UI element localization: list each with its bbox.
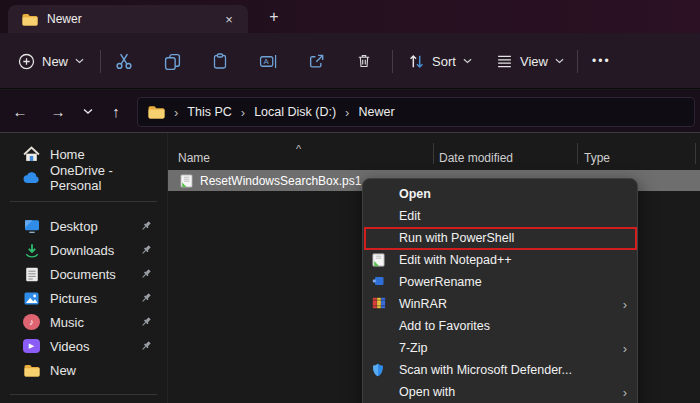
download-icon: [23, 243, 40, 258]
menu-item-edit[interactable]: Edit: [363, 205, 637, 227]
toolbar-separator: [392, 50, 393, 73]
view-button[interactable]: View: [488, 43, 572, 79]
menu-item-label: Edit with Notepad++: [399, 253, 512, 267]
menu-item-add-to-favorites[interactable]: Add to Favorites: [363, 315, 637, 337]
sidebar-item-desktop[interactable]: Desktop: [0, 214, 167, 238]
column-separator[interactable]: [433, 143, 434, 164]
rename-icon: A: [259, 54, 278, 69]
column-separator[interactable]: [695, 143, 696, 164]
column-separator[interactable]: [577, 143, 578, 164]
menu-item-label: Edit: [399, 209, 421, 223]
copy-button[interactable]: [154, 44, 190, 78]
pin-icon: [140, 340, 152, 352]
document-icon: [23, 267, 40, 282]
sort-button[interactable]: Sort: [400, 43, 480, 79]
sidebar-item-label: Pictures: [50, 291, 97, 306]
close-tab-icon[interactable]: ×: [220, 10, 238, 28]
videos-icon: ▶: [23, 339, 40, 353]
ellipsis-icon: •••: [592, 54, 611, 68]
explorer-tab[interactable]: Newer ×: [8, 5, 248, 33]
desktop-icon: [23, 219, 40, 233]
sidebar-item-pictures[interactable]: Pictures: [0, 286, 167, 310]
titlebar: Newer × +: [0, 0, 700, 33]
cut-icon: [115, 52, 133, 70]
cut-button[interactable]: [106, 44, 142, 78]
menu-item-edit-with-notepadpp[interactable]: Edit with Notepad++: [363, 249, 637, 271]
breadcrumb-chevron: ›: [241, 105, 245, 120]
sort-ascending-icon: ^: [296, 143, 301, 155]
command-toolbar: New A: [0, 33, 700, 89]
sidebar-item-videos[interactable]: ▶ Videos: [0, 334, 167, 358]
menu-item-7zip[interactable]: 7-Zip ›: [363, 337, 637, 359]
new-button-label: New: [42, 54, 68, 69]
breadcrumb-chevron: ›: [174, 105, 178, 120]
chevron-down-icon: [75, 58, 84, 64]
sidebar-item-downloads[interactable]: Downloads: [0, 238, 167, 262]
menu-item-run-with-powershell[interactable]: Run with PowerShell: [363, 227, 637, 249]
forward-button[interactable]: →: [44, 97, 72, 125]
pictures-icon: [23, 292, 40, 305]
column-header-type[interactable]: Type: [584, 151, 610, 165]
tab-title: Newer: [47, 12, 220, 26]
menu-item-scan-with-defender[interactable]: Scan with Microsoft Defender...: [363, 359, 637, 381]
paste-button[interactable]: [202, 44, 238, 78]
menu-item-label: Run with PowerShell: [399, 231, 514, 245]
menu-item-powerrename[interactable]: PowerRename: [363, 271, 637, 293]
back-button[interactable]: ←: [6, 97, 34, 125]
menu-item-label: Scan with Microsoft Defender...: [399, 363, 572, 377]
file-explorer-window: Newer × + New: [0, 0, 700, 403]
address-bar[interactable]: › This PC › Local Disk (D:) › Newer: [137, 97, 695, 127]
copy-icon: [164, 53, 181, 70]
pin-icon: [140, 244, 152, 256]
sidebar-item-new[interactable]: New: [0, 358, 167, 382]
share-button[interactable]: [298, 44, 334, 78]
rename-button[interactable]: A: [250, 44, 286, 78]
breadcrumb-segment-newer[interactable]: Newer: [358, 105, 394, 119]
sidebar-item-label: Videos: [50, 339, 90, 354]
menu-item-label: PowerRename: [399, 275, 482, 289]
svg-text:A: A: [263, 57, 269, 66]
folder-icon: [21, 13, 38, 26]
menu-item-label: Add to Favorites: [399, 319, 490, 333]
sidebar-item-documents[interactable]: Documents: [0, 262, 167, 286]
trash-icon: [356, 53, 372, 69]
submenu-arrow-icon: ›: [623, 297, 627, 312]
toolbar-separator: [100, 50, 101, 73]
sidebar-item-onedrive[interactable]: OneDrive - Personal: [0, 166, 167, 190]
submenu-arrow-icon: ›: [623, 341, 627, 356]
sidebar-separator: [10, 394, 157, 395]
new-button[interactable]: New: [10, 43, 92, 79]
menu-item-open-with[interactable]: Open with ›: [363, 381, 637, 403]
new-tab-button[interactable]: +: [262, 6, 286, 28]
breadcrumb-chevron: ›: [345, 105, 349, 120]
up-button[interactable]: ↑: [102, 97, 130, 125]
column-header-date-modified[interactable]: Date modified: [439, 151, 513, 165]
pin-icon: [140, 220, 152, 232]
view-lines-icon: [496, 54, 513, 69]
ps1-file-icon: [180, 174, 193, 188]
more-options-button[interactable]: •••: [584, 43, 619, 79]
recent-locations-button[interactable]: [74, 97, 102, 125]
sort-button-label: Sort: [432, 54, 456, 69]
winrar-icon: [372, 297, 387, 309]
sidebar-item-label: Home: [50, 147, 85, 162]
notepadpp-icon: [372, 253, 387, 267]
paste-icon: [212, 53, 228, 69]
breadcrumb-segment-this-pc[interactable]: This PC: [187, 105, 231, 119]
share-icon: [308, 53, 325, 70]
menu-item-winrar[interactable]: WinRAR ›: [363, 293, 637, 315]
menu-item-open[interactable]: Open: [363, 183, 637, 205]
column-header-row: Name ^ Date modified Type: [168, 140, 700, 164]
sidebar-separator: [10, 201, 157, 202]
folder-icon: [148, 105, 165, 119]
chevron-down-icon: [555, 58, 564, 64]
pin-icon: [140, 268, 152, 280]
submenu-arrow-icon: ›: [623, 385, 627, 400]
column-header-name[interactable]: Name: [178, 151, 210, 165]
sidebar-item-label: New: [50, 363, 76, 378]
delete-button[interactable]: [346, 44, 382, 78]
sidebar-item-music[interactable]: ♪ Music: [0, 310, 167, 334]
breadcrumb-segment-local-disk[interactable]: Local Disk (D:): [254, 105, 336, 119]
sidebar-item-label: Documents: [50, 267, 116, 282]
context-menu: Open Edit Run with PowerShell Edit with …: [362, 178, 638, 403]
